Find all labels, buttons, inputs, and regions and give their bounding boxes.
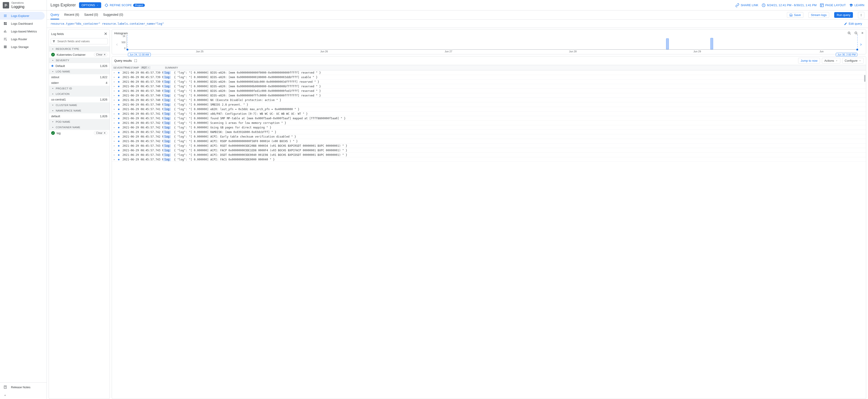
log-row[interactable]: ›✱2021-06-29 08:45:57.743 PDTlog{ "log":… [112,157,866,162]
sidebar-collapse[interactable] [0,392,46,399]
field-logname-stdout[interactable]: stdout 1,822 [49,74,110,80]
expand-icon[interactable]: › [113,94,117,97]
timezone-chip[interactable]: PDT [141,66,151,69]
range-end-tag[interactable]: Jun 30, 2:00 PM [836,53,857,56]
share-link-button[interactable]: SHARE LINK [735,3,758,7]
field-resource-type-value[interactable]: ✓Kubernetes Container Clear ✕ [49,52,110,58]
expand-icon[interactable]: › [113,75,117,79]
expand-icon[interactable]: › [113,98,117,102]
save-button[interactable]: Save [787,12,803,18]
log-row[interactable]: ›✱2021-06-29 08:45:57.743 PDTlog{ "log":… [112,144,866,148]
expand-icon[interactable]: › [113,126,117,129]
histogram-prev-button[interactable]: ‹ [114,35,120,53]
tab-recent[interactable]: Recent (6) [64,10,79,20]
expand-icon[interactable]: › [113,153,117,157]
expand-icon[interactable]: › [113,103,117,106]
section-cluster-name[interactable]: CLUSTER NAME [49,102,110,108]
expand-icon[interactable]: › [113,85,117,88]
expand-icon[interactable]: › [113,149,117,152]
log-row[interactable]: ›✱2021-06-29 08:45:57.739 PDTlog{ "log":… [112,70,866,75]
expand-icon[interactable]: › [113,89,117,93]
nav-logs-dashboard[interactable]: Logs Dashboard [0,20,46,27]
log-row[interactable]: ›✱2021-06-29 08:45:57.742 PDTlog{ "log":… [112,125,866,130]
expand-icon[interactable]: › [113,144,117,147]
section-pod-name[interactable]: POD NAME [49,119,110,125]
section-project-id[interactable]: PROJECT ID [49,86,110,91]
log-timestamp: 2021-06-29 08:45:57.739 PDT [122,71,161,74]
expand-icon[interactable]: › [113,117,117,120]
expand-icon[interactable]: › [113,130,117,134]
log-row[interactable]: ›✱2021-06-29 08:45:57.740 PDTlog{ "log":… [112,98,866,102]
section-location[interactable]: LOCATION [49,91,110,97]
close-icon[interactable]: ✕ [861,31,864,35]
fullscreen-icon[interactable] [134,59,137,62]
log-row[interactable]: ›✱2021-06-29 08:45:57.741 PDTlog{ "log":… [112,107,866,112]
nav-release-notes[interactable]: Release Notes [0,382,46,392]
time-range-button[interactable]: 6/24/21, 12:41 PM - 6/30/21, 1:41 PM [762,3,816,7]
clear-chip[interactable]: Clear ✕ [94,53,107,56]
close-icon[interactable]: ✕ [104,31,107,36]
log-row[interactable]: ›✱2021-06-29 08:45:57.740 PDTlog{ "log":… [112,93,866,98]
nav-logs-storage[interactable]: Logs Storage [0,43,46,51]
actions-button[interactable]: Actions [822,58,840,64]
tab-saved[interactable]: Saved (0) [84,10,98,20]
configure-button[interactable]: Configure [842,58,864,64]
section-container-name[interactable]: CONTAINER NAME [49,125,110,130]
expand-collapse-button[interactable] [858,12,864,18]
field-namespace-value[interactable]: default 1,826 [49,113,110,119]
range-start-tag[interactable]: Jun 24, 11:00 AM [128,53,151,56]
section-resource-type[interactable]: RESOURCE TYPE [49,46,110,52]
log-row[interactable]: ›✱2021-06-29 08:45:57.740 PDTlog{ "log":… [112,102,866,107]
expand-icon[interactable]: › [113,135,117,138]
stream-logs-button[interactable]: Stream logs [808,12,829,18]
log-row[interactable]: ›✱2021-06-29 08:45:57.739 PDTlog{ "log":… [112,75,866,80]
expand-icon[interactable]: › [113,112,117,115]
clear-chip[interactable]: Clear ✕ [94,131,107,135]
nav-logs-router[interactable]: Logs Router [0,35,46,43]
expand-icon[interactable]: › [113,108,117,111]
expand-icon[interactable]: › [113,71,117,74]
log-row[interactable]: ›✱2021-06-29 08:45:57.742 PDTlog{ "log":… [112,139,866,144]
tab-suggested[interactable]: Suggested (0) [103,10,123,20]
field-container-value[interactable]: ✓log Clear ✕ [49,130,110,136]
page-layout-button[interactable]: PAGE LAYOUT [820,3,846,7]
histogram-chart[interactable]: 1K 500 0 Jun 25 [120,35,858,53]
edit-query-button[interactable]: Edit query [842,21,864,26]
log-row[interactable]: ›✱2021-06-29 08:45:57.742 PDTlog{ "log":… [112,130,866,134]
log-row[interactable]: ›✱2021-06-29 08:45:57.742 PDTlog{ "log":… [112,121,866,125]
run-query-button[interactable]: Run query [834,12,853,18]
expand-icon[interactable]: › [113,121,117,125]
zoom-in-icon[interactable] [847,31,851,35]
field-severity-default[interactable]: ✱Default 1,826 [49,63,110,69]
field-logname-stderr[interactable]: stderr 4 [49,80,110,86]
learn-button[interactable]: LEARN [849,3,864,7]
log-row[interactable]: ›✱2021-06-29 08:45:57.743 PDTlog{ "log":… [112,148,866,153]
log-row[interactable]: ›✱2021-06-29 08:45:57.739 PDTlog{ "log":… [112,80,866,84]
svg-rect-6 [4,22,5,24]
scrollbar-thumb[interactable] [864,75,866,82]
jump-to-now-button[interactable]: Jump to now [798,58,820,64]
nav-logs-explorer[interactable]: Logs Explorer [0,12,45,20]
refine-scope-button[interactable]: REFINE SCOPE Project [104,3,145,7]
log-row[interactable]: ›✱2021-06-29 08:45:57.741 PDTlog{ "log":… [112,116,866,121]
log-fields-search-input[interactable] [51,38,108,44]
log-row[interactable]: ›✱2021-06-29 08:45:57.740 PDTlog{ "log":… [112,89,866,93]
tab-query[interactable]: Query [51,10,59,20]
expand-icon[interactable]: › [113,158,117,161]
histogram-next-button[interactable]: › [858,35,864,53]
expand-icon[interactable]: › [113,140,117,143]
field-location-value[interactable]: us-central1 1,826 [49,97,110,102]
log-row[interactable]: ›✱2021-06-29 08:45:57.741 PDTlog{ "log":… [112,112,866,116]
options-button[interactable]: OPTIONS [79,2,101,8]
section-namespace-name[interactable]: NAMESPACE NAME [49,108,110,113]
section-severity[interactable]: SEVERITY [49,58,110,63]
log-list[interactable]: ›✱2021-06-29 08:45:57.739 PDTlog{ "log":… [112,70,866,399]
expand-icon[interactable]: › [113,80,117,84]
log-row[interactable]: ›✱2021-06-29 08:45:57.743 PDTlog{ "log":… [112,153,866,157]
section-log-name[interactable]: LOG NAME [49,69,110,74]
log-row[interactable]: ›✱2021-06-29 08:45:57.740 PDTlog{ "log":… [112,84,866,89]
query-text[interactable]: resource.type="k8s_container" resource.l… [51,22,839,25]
zoom-out-icon[interactable] [854,31,858,35]
log-row[interactable]: ›✱2021-06-29 08:45:57.742 PDTlog{ "log":… [112,134,866,139]
nav-logs-metrics[interactable]: Logs-based Metrics [0,27,46,35]
